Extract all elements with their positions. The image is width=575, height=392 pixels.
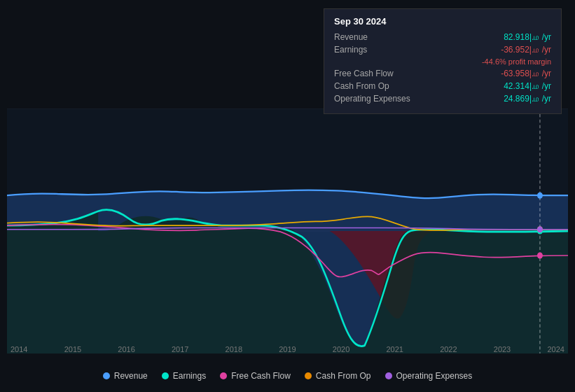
tooltip-label-earnings: Earnings [334,45,425,55]
legend-label-earnings: Earnings [173,371,206,381]
legend-item-fcf[interactable]: Free Cash Flow [220,371,291,381]
x-label-2024: 2024 [547,345,564,354]
tooltip-row-revenue: Revenue 82.918|.ம /yr [334,32,551,42]
tooltip-row-earnings: Earnings -36.952|.ம /yr [334,45,551,55]
tooltip-label-opex: Operating Expenses [334,94,425,104]
tooltip-value-cashfromop: 42.314|.ம /yr [504,81,551,91]
tooltip-box: Sep 30 2024 Revenue 82.918|.ம /yr Earnin… [324,8,562,114]
legend-dot-fcf [220,372,227,379]
legend-item-opex[interactable]: Operating Expenses [385,371,473,381]
tooltip-value-fcf: -63.958|.ம /yr [501,69,551,78]
legend-dot-earnings [162,372,169,379]
x-label-2016: 2016 [118,345,134,354]
tooltip-label-revenue: Revenue [334,32,425,42]
opex-dot [537,226,543,232]
legend-item-earnings[interactable]: Earnings [162,371,206,381]
chart-legend: Revenue Earnings Free Cash Flow Cash Fro… [0,371,575,381]
x-label-2021: 2021 [386,345,403,354]
x-label-2022: 2022 [440,345,457,354]
tooltip-row-fcf: Free Cash Flow -63.958|.ம /yr [334,69,551,78]
tooltip-row-opex: Operating Expenses 24.869|.ம /yr [334,94,551,104]
tooltip-label-cashfromop: Cash From Op [334,81,425,91]
legend-item-cashfromop[interactable]: Cash From Op [305,371,371,381]
tooltip-row-cashfromop: Cash From Op 42.314|.ம /yr [334,81,551,91]
tooltip-label-fcf: Free Cash Flow [334,69,425,78]
chart-area [7,108,568,354]
tooltip-date: Sep 30 2024 [334,16,551,27]
fcf-dot [537,252,543,258]
legend-label-cashfromop: Cash From Op [316,371,371,381]
x-label-2014: 2014 [11,345,27,354]
chart-svg [7,108,568,354]
x-label-2023: 2023 [494,345,511,354]
tooltip-profit-margin: -44.6% profit margin [482,57,551,66]
legend-item-revenue[interactable]: Revenue [103,371,148,381]
tooltip-row-profit-margin: -44.6% profit margin [334,57,551,66]
tooltip-value-opex: 24.869|.ம /yr [504,94,551,104]
legend-dot-cashfromop [305,372,312,379]
x-label-2020: 2020 [333,345,349,354]
legend-label-revenue: Revenue [114,371,148,381]
legend-dot-opex [385,372,392,379]
legend-dot-revenue [103,372,110,379]
legend-label-fcf: Free Cash Flow [231,371,291,381]
x-label-2018: 2018 [226,345,242,354]
x-label-2019: 2019 [279,345,296,354]
tooltip-value-revenue: 82.918|.ம /yr [504,32,551,42]
revenue-dot [537,192,543,199]
x-label-2017: 2017 [172,345,188,354]
tooltip-value-earnings: -36.952|.ம /yr [501,45,551,55]
x-label-2015: 2015 [64,345,81,354]
chart-container: Sep 30 2024 Revenue 82.918|.ம /yr Earnin… [0,0,575,392]
legend-label-opex: Operating Expenses [396,371,473,381]
